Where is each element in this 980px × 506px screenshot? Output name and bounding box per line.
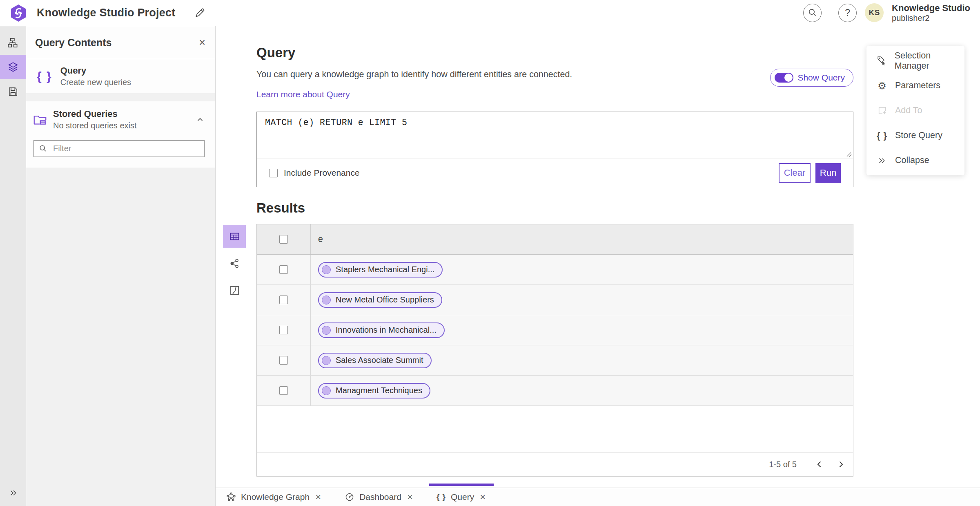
store-query-button[interactable]: { } Store Query bbox=[866, 123, 964, 148]
stored-queries-header[interactable]: Stored Queries No stored queries exist bbox=[33, 109, 207, 130]
edit-title-button[interactable] bbox=[192, 5, 208, 21]
entity-pill[interactable]: Innovations in Mechanical... bbox=[318, 322, 445, 338]
table-row: Staplers Mechanical Engi... bbox=[257, 255, 853, 285]
graph-view-button[interactable] bbox=[223, 252, 246, 275]
header-divider bbox=[830, 4, 830, 21]
entity-pill[interactable]: Staplers Mechanical Engi... bbox=[318, 262, 443, 278]
query-item-subtitle: Create new queries bbox=[60, 78, 131, 87]
selection-manager-button[interactable]: Selection Manager bbox=[866, 48, 964, 73]
app-header: Knowledge Studio Project ? KS Knowledge … bbox=[0, 0, 980, 26]
link-chart-icon bbox=[229, 258, 240, 269]
query-textarea[interactable]: MATCH (e) RETURN e LIMIT 5 bbox=[265, 118, 845, 153]
table-row: Sales Associate Summit bbox=[257, 345, 853, 376]
close-tab-button[interactable]: × bbox=[406, 492, 414, 502]
entity-avatar bbox=[322, 326, 331, 335]
app-window: Knowledge Studio Project ? KS Knowledge … bbox=[0, 0, 980, 506]
knowledge-graph-icon bbox=[226, 492, 236, 502]
results-heading: Results bbox=[256, 200, 853, 216]
collapse-section-button[interactable] bbox=[196, 115, 205, 124]
entity-pill[interactable]: New Metal Office Suppliers bbox=[318, 292, 442, 308]
table-icon bbox=[229, 231, 240, 242]
row-checkbox[interactable] bbox=[279, 326, 288, 334]
entity-pill[interactable]: Sales Associate Summit bbox=[318, 353, 432, 368]
table-view-button[interactable] bbox=[223, 225, 246, 248]
folder-icon bbox=[33, 112, 47, 127]
include-provenance-checkbox[interactable] bbox=[269, 169, 278, 177]
chevron-right-icon bbox=[837, 460, 845, 468]
row-checkbox[interactable] bbox=[279, 386, 288, 395]
row-checkbox[interactable] bbox=[279, 265, 288, 274]
collapse-panel-button[interactable]: Collapse bbox=[866, 148, 964, 173]
help-button[interactable]: ? bbox=[838, 4, 857, 22]
filter-input[interactable] bbox=[53, 144, 199, 153]
data-model-button[interactable] bbox=[0, 30, 26, 55]
add-to-button[interactable]: Add To bbox=[866, 98, 964, 123]
query-tool-item[interactable]: { } Query Create new queries bbox=[26, 59, 215, 93]
view-tab-bar: Knowledge Graph × Dashboard × { } Query … bbox=[216, 488, 980, 506]
previous-page-button[interactable] bbox=[811, 456, 828, 472]
search-button[interactable] bbox=[803, 4, 822, 22]
query-contents-panel: Query Contents × { } Query Create new qu… bbox=[26, 26, 216, 506]
tab-dashboard[interactable]: Dashboard × bbox=[337, 488, 421, 506]
map-icon bbox=[229, 285, 240, 296]
chevron-left-icon bbox=[815, 460, 824, 468]
entity-avatar bbox=[322, 296, 331, 304]
close-tab-button[interactable]: × bbox=[479, 492, 486, 502]
save-button[interactable] bbox=[0, 79, 26, 104]
next-page-button[interactable] bbox=[833, 456, 849, 472]
results-view-toolbar bbox=[223, 225, 246, 302]
pagination-range: 1-5 of 5 bbox=[769, 460, 797, 469]
table-empty-space bbox=[257, 406, 853, 452]
filter-field bbox=[33, 140, 205, 157]
expand-strip-button[interactable] bbox=[0, 483, 26, 503]
entity-avatar bbox=[322, 265, 331, 274]
panel-title: Query Contents bbox=[35, 37, 112, 49]
double-chevron-right-icon bbox=[878, 156, 886, 165]
project-title: Knowledge Studio Project bbox=[37, 7, 175, 19]
toggle-switch bbox=[775, 73, 793, 83]
layers-button[interactable] bbox=[0, 55, 26, 79]
dashboard-icon bbox=[345, 492, 354, 502]
account-info: Knowledge Studio publisher2 bbox=[892, 3, 970, 22]
select-all-checkbox[interactable] bbox=[279, 235, 288, 244]
double-chevron-right-icon bbox=[9, 488, 18, 497]
data-model-icon bbox=[7, 37, 18, 48]
add-to-icon bbox=[877, 105, 887, 116]
pencil-icon bbox=[194, 7, 205, 18]
query-item-title: Query bbox=[60, 65, 131, 76]
entity-avatar bbox=[322, 386, 331, 395]
entity-pill[interactable]: Managment Techniques bbox=[318, 383, 430, 399]
resize-handle[interactable] bbox=[846, 152, 852, 157]
tab-knowledge-graph[interactable]: Knowledge Graph × bbox=[219, 488, 329, 506]
user-avatar[interactable]: KS bbox=[865, 3, 884, 22]
layers-icon bbox=[7, 61, 19, 73]
parameters-button[interactable]: ⚙ Parameters bbox=[866, 73, 964, 98]
tab-query[interactable]: { } Query × bbox=[429, 488, 494, 506]
app-logo-icon bbox=[11, 4, 26, 22]
include-provenance-label: Include Provenance bbox=[284, 168, 360, 178]
learn-more-link[interactable]: Learn more about Query bbox=[256, 90, 350, 99]
run-button[interactable]: Run bbox=[815, 163, 841, 183]
row-checkbox[interactable] bbox=[279, 356, 288, 365]
question-mark-icon: ? bbox=[845, 7, 850, 18]
close-tab-button[interactable]: × bbox=[314, 492, 322, 502]
account-user-name: publisher2 bbox=[892, 13, 970, 23]
main-content: Query You can query a knowledge graph to… bbox=[216, 26, 980, 506]
column-header-e: e bbox=[311, 234, 323, 244]
row-checkbox[interactable] bbox=[279, 296, 288, 304]
stored-queries-subtitle: No stored queries exist bbox=[53, 121, 137, 130]
stored-queries-title: Stored Queries bbox=[53, 109, 137, 119]
entity-avatar bbox=[322, 356, 331, 365]
panel-close-button[interactable]: × bbox=[197, 37, 207, 48]
query-description: You can query a knowledge graph to ident… bbox=[256, 69, 853, 80]
table-row: New Metal Office Suppliers bbox=[257, 285, 853, 315]
chevron-up-icon bbox=[196, 115, 205, 124]
table-pagination: 1-5 of 5 bbox=[257, 452, 853, 476]
search-icon bbox=[39, 144, 47, 153]
map-view-button[interactable] bbox=[223, 279, 246, 302]
show-query-toggle[interactable]: Show Query bbox=[770, 69, 853, 87]
curly-braces-icon: { } bbox=[877, 130, 887, 141]
selection-manager-icon bbox=[877, 56, 887, 66]
show-query-label: Show Query bbox=[797, 73, 845, 83]
clear-button[interactable]: Clear bbox=[779, 163, 811, 183]
